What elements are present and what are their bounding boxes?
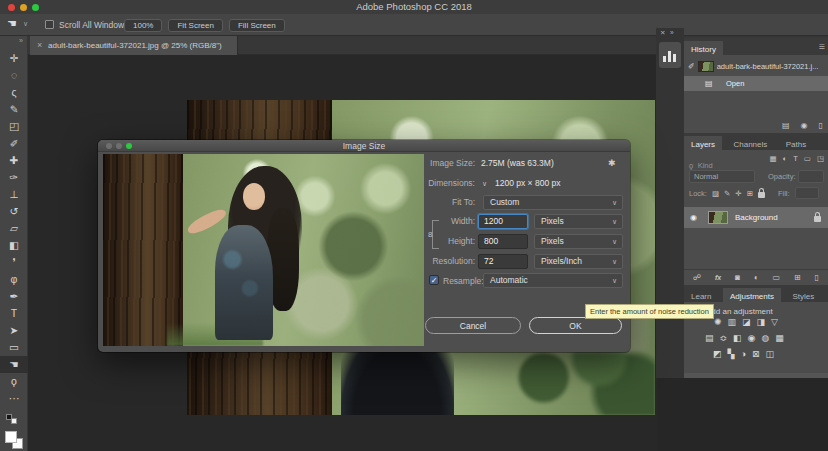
tab-channels[interactable]: Channels bbox=[726, 136, 774, 153]
color-lookup-icon[interactable]: ▦ bbox=[775, 333, 784, 343]
layer-lock-icon[interactable] bbox=[814, 216, 821, 222]
blur-tool-icon[interactable]: ❜ bbox=[0, 254, 28, 271]
panel-menu-icon[interactable]: ☰ bbox=[819, 38, 825, 55]
adjustment-layer-icon[interactable]: ◐ bbox=[754, 273, 759, 282]
color-balance-icon[interactable]: ≎ bbox=[720, 333, 728, 343]
new-layer-icon[interactable]: ⊞ bbox=[794, 273, 801, 282]
eyedropper-tool-icon[interactable]: ✐ bbox=[0, 135, 28, 152]
new-snapshot-icon[interactable]: ◉ bbox=[801, 121, 808, 130]
histogram-panel-icon[interactable] bbox=[659, 42, 681, 68]
link-layers-icon[interactable]: ☍ bbox=[693, 273, 701, 282]
dodge-tool-icon[interactable]: φ bbox=[0, 271, 28, 288]
height-input[interactable]: 800 bbox=[478, 234, 528, 249]
selective-color-icon[interactable]: ◫ bbox=[765, 349, 774, 359]
pen-tool-icon[interactable]: ✒ bbox=[0, 288, 28, 305]
fit-screen-button[interactable]: Fit Screen bbox=[168, 19, 222, 32]
filter-pixel-layers-icon[interactable]: ▦ bbox=[770, 154, 777, 163]
panel-resize-bar[interactable] bbox=[684, 373, 828, 378]
clone-stamp-tool-icon[interactable]: ⊥ bbox=[0, 186, 28, 203]
type-tool-icon[interactable]: T bbox=[0, 305, 28, 322]
gradient-map-icon[interactable]: ⊠ bbox=[752, 349, 760, 359]
delete-layer-icon[interactable]: ▯ bbox=[815, 273, 819, 282]
scroll-all-windows-checkbox[interactable] bbox=[45, 20, 54, 29]
delete-state-icon[interactable]: ▯ bbox=[819, 121, 823, 130]
tab-layers[interactable]: Layers bbox=[684, 136, 722, 153]
filter-adjustment-layers-icon[interactable]: ◐ bbox=[783, 154, 788, 163]
eraser-tool-icon[interactable]: ▱ bbox=[0, 220, 28, 237]
opacity-value-box[interactable] bbox=[798, 170, 824, 183]
search-icon[interactable]: ϙ bbox=[689, 161, 693, 170]
brightness-contrast-icon[interactable]: ✺ bbox=[714, 317, 722, 327]
channel-mixer-icon[interactable]: ◍ bbox=[761, 333, 769, 343]
fill-value-box[interactable] bbox=[795, 187, 819, 199]
expand-tools-icon[interactable]: » bbox=[19, 37, 23, 44]
tab-styles[interactable]: Styles bbox=[785, 288, 821, 305]
layer-effects-icon[interactable]: fx bbox=[715, 274, 721, 281]
hand-tool-icon[interactable]: ☚ bbox=[0, 356, 28, 373]
current-tool-hand-icon[interactable]: ☚ bbox=[7, 17, 17, 30]
history-brush-source-icon[interactable]: ✐ bbox=[688, 62, 695, 71]
gradient-tool-icon[interactable]: ◧ bbox=[0, 237, 28, 254]
hue-saturation-icon[interactable]: ▤ bbox=[705, 333, 714, 343]
tab-adjustments[interactable]: Adjustments bbox=[723, 288, 781, 305]
background-layer-row[interactable]: ◉ Background bbox=[684, 207, 828, 228]
resample-checkbox[interactable]: ✓ bbox=[429, 275, 439, 285]
document-tab[interactable]: × adult-bark-beautiful-372021.jpg @ 25% … bbox=[30, 36, 238, 55]
lock-pixels-icon[interactable]: ✎ bbox=[724, 189, 730, 198]
lock-transparency-icon[interactable]: ▨ bbox=[712, 189, 719, 198]
foreground-background-swatches[interactable] bbox=[4, 430, 24, 450]
resolution-unit-select[interactable]: Pixels/Inch ∨ bbox=[534, 254, 623, 269]
levels-icon[interactable]: ▥ bbox=[728, 317, 737, 327]
photo-filter-icon[interactable]: ◉ bbox=[748, 333, 756, 343]
zoom-tool-icon[interactable]: ϙ bbox=[0, 373, 28, 390]
height-unit-select[interactable]: Pixels ∨ bbox=[534, 234, 623, 249]
healing-brush-tool-icon[interactable]: ✚ bbox=[0, 152, 28, 169]
history-brush-tool-icon[interactable]: ↺ bbox=[0, 203, 28, 220]
tool-preset-chevron-icon[interactable]: ∨ bbox=[23, 20, 28, 28]
lock-all-icon[interactable] bbox=[758, 192, 765, 198]
exposure-icon[interactable]: ◨ bbox=[757, 317, 766, 327]
threshold-icon[interactable]: ◑ bbox=[740, 349, 745, 359]
lock-position-icon[interactable]: ✛ bbox=[735, 189, 741, 198]
dock-close-icon[interactable]: ✕ bbox=[660, 29, 665, 37]
crop-tool-icon[interactable]: ◰ bbox=[0, 118, 28, 135]
resample-select[interactable]: Automatic ∨ bbox=[483, 273, 623, 288]
history-snapshot-row[interactable]: ✐ adult-bark-beautiful-372021.j... bbox=[688, 59, 826, 73]
posterize-icon[interactable]: ▚ bbox=[728, 349, 735, 359]
filter-smart-objects-icon[interactable]: ◳ bbox=[817, 154, 824, 163]
dimensions-chevron-icon[interactable]: ∨ bbox=[482, 176, 487, 191]
move-tool-icon[interactable]: ✛ bbox=[0, 50, 28, 67]
zoom-100-button[interactable]: 100% bbox=[124, 19, 162, 32]
layer-visibility-eye-icon[interactable]: ◉ bbox=[690, 207, 697, 228]
path-selection-tool-icon[interactable]: ➤ bbox=[0, 322, 28, 339]
default-colors-icon[interactable] bbox=[6, 414, 18, 425]
cancel-button[interactable]: Cancel bbox=[425, 317, 521, 334]
width-input[interactable]: 1200 bbox=[478, 214, 528, 229]
settings-gear-icon[interactable]: ✱ bbox=[608, 158, 616, 168]
image-size-preview[interactable] bbox=[103, 154, 424, 346]
fill-screen-button[interactable]: Fill Screen bbox=[229, 19, 285, 32]
filter-type-layers-icon[interactable]: T bbox=[793, 154, 798, 163]
rectangle-tool-icon[interactable]: ▭ bbox=[0, 339, 28, 356]
tab-close-icon[interactable]: × bbox=[37, 36, 42, 55]
lasso-tool-icon[interactable]: ς bbox=[0, 84, 28, 101]
history-open-row[interactable]: ▤ Open bbox=[684, 76, 828, 91]
lock-artboard-icon[interactable]: ⊞ bbox=[747, 189, 753, 198]
tab-history[interactable]: History bbox=[684, 41, 723, 58]
filter-kind-label[interactable]: Kind bbox=[698, 161, 713, 170]
invert-icon[interactable]: ◩ bbox=[713, 349, 722, 359]
brush-tool-icon[interactable]: ✑ bbox=[0, 169, 28, 186]
tab-learn[interactable]: Learn bbox=[684, 288, 718, 305]
layer-mask-icon[interactable]: ◙ bbox=[735, 273, 740, 282]
ok-button[interactable]: OK bbox=[529, 317, 622, 334]
edit-toolbar-icon[interactable]: ⋯ bbox=[0, 390, 28, 407]
dialog-title-bar[interactable]: Image Size bbox=[98, 140, 630, 152]
fit-to-select[interactable]: Custom ∨ bbox=[483, 195, 623, 210]
width-unit-select[interactable]: Pixels ∨ bbox=[534, 214, 623, 229]
layer-group-icon[interactable]: ▭ bbox=[773, 273, 781, 282]
resolution-input[interactable]: 72 bbox=[478, 254, 528, 269]
dock-collapse-icon[interactable]: » bbox=[670, 29, 674, 36]
black-white-icon[interactable]: ◧ bbox=[733, 333, 742, 343]
curves-icon[interactable]: ◪ bbox=[742, 317, 751, 327]
foreground-color-swatch[interactable] bbox=[5, 431, 17, 443]
